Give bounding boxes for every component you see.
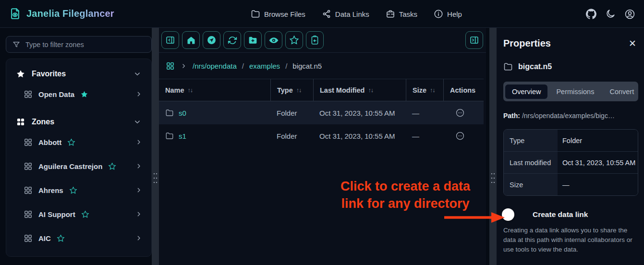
tab-permissions[interactable]: Permissions (549, 84, 601, 99)
file-name-link[interactable]: s0 (179, 109, 186, 117)
table-row-s1[interactable]: s1 Folder Oct 31, 2023, 10:55 AM — (159, 124, 484, 147)
folder-icon (165, 108, 174, 117)
sidebar-item-abbott[interactable]: Abbott (21, 130, 146, 154)
sidebar-item-aguilera-castrejon[interactable]: Aguilera Castrejon (21, 154, 146, 178)
home-icon (186, 36, 196, 45)
sort-icon[interactable]: ↑↓ (430, 87, 435, 94)
nav-data-links[interactable]: Data Links (322, 9, 369, 19)
funnel-filter-icon (12, 40, 21, 49)
panel-right-icon (469, 35, 479, 45)
sidebar-item-open-data[interactable]: Open Data (21, 82, 146, 106)
file-size: — (412, 109, 419, 117)
collapse-left-panel-button[interactable] (161, 31, 179, 49)
navigate-icon (207, 35, 217, 45)
detail-value: Oct 31, 2023, 10:55 AM (558, 152, 638, 173)
path-value: /nrs/opendata/examples/bigc… (522, 112, 615, 120)
sidebar-item-ahrens[interactable]: Ahrens (21, 178, 146, 202)
row-actions-menu-icon[interactable] (455, 108, 465, 118)
column-header-actions: Actions (443, 79, 484, 101)
zone-filter-input[interactable] (25, 41, 146, 48)
tab-overview[interactable]: Overview (505, 84, 547, 99)
nav-help[interactable]: Help (434, 9, 462, 19)
breadcrumb-link-examples[interactable]: examples (249, 62, 280, 70)
zone-grid-icon (24, 90, 33, 99)
chevron-right-icon (135, 186, 143, 194)
zone-filter-box (6, 36, 152, 53)
show-hidden-button[interactable] (265, 31, 282, 49)
zone-grid-icon (24, 234, 33, 243)
chevron-right-icon (135, 138, 143, 146)
details-table: Type Folder Last modified Oct 31, 2023, … (503, 129, 638, 196)
new-folder-button[interactable] (244, 31, 262, 49)
sidebar-item-label: Aguilera Castrejon (38, 162, 102, 170)
folder-plus-icon (248, 35, 258, 45)
chevron-right-icon (135, 162, 143, 170)
column-header-type[interactable]: Type ↑↓ (270, 79, 313, 101)
column-header-last-modified[interactable]: Last Modified ↑↓ (313, 79, 406, 101)
nav-tasks[interactable]: Tasks (386, 9, 417, 19)
column-label: Actions (450, 86, 475, 94)
file-table-header: Name ↑↓ Type ↑↓ Last Modified ↑↓ Size ↑↓… (159, 79, 484, 101)
app-header: Janelia Fileglancer Browse Files Data Li… (0, 0, 644, 28)
sidebar-item-label: Open Data (38, 90, 74, 98)
create-data-link-toggle[interactable] (503, 209, 525, 220)
sidebar-item-label: AI Support (38, 210, 75, 218)
favorite-button[interactable] (285, 31, 303, 49)
folder-icon (503, 62, 513, 72)
zones-section-header[interactable]: Zones (12, 114, 146, 130)
file-type: Folder (277, 132, 297, 140)
panel-resize-handle-right[interactable] (489, 28, 497, 265)
breadcrumb-link-root[interactable]: /nrs/opendata (193, 62, 237, 70)
detail-label: Size (504, 174, 558, 195)
star-outline-icon[interactable] (108, 162, 116, 170)
breadcrumb: /nrs/opendata / examples / bigcat.n5 (159, 53, 486, 79)
nav-browse-files[interactable]: Browse Files (251, 9, 305, 19)
browser-toolbar (159, 28, 486, 53)
sidebar-item-ai-support[interactable]: AI Support (21, 202, 146, 226)
refresh-button[interactable] (223, 31, 241, 49)
column-header-size[interactable]: Size ↑↓ (406, 79, 443, 101)
breadcrumb-current: bigcat.n5 (292, 62, 322, 70)
detail-value: — (558, 174, 638, 195)
selected-item-name: bigcat.n5 (518, 62, 552, 71)
panel-resize-handle-left[interactable] (152, 28, 159, 265)
star-outline-icon[interactable] (69, 186, 77, 194)
app-logo[interactable]: Janelia Fileglancer (0, 7, 114, 20)
sort-icon[interactable]: ↑↓ (296, 87, 302, 94)
file-name-link[interactable]: s1 (179, 132, 186, 140)
star-icon (16, 69, 25, 79)
sort-icon[interactable]: ↑↓ (368, 87, 373, 94)
nav-label: Tasks (399, 10, 417, 18)
dark-mode-moon-icon[interactable] (605, 9, 616, 19)
grid-filled-icon (16, 117, 25, 127)
table-row-s0[interactable]: s0 Folder Oct 31, 2023, 10:55 AM — (159, 101, 484, 124)
copy-path-button[interactable] (306, 31, 324, 49)
breadcrumb-grid-icon[interactable] (166, 61, 175, 71)
row-actions-menu-icon[interactable] (455, 131, 465, 141)
zone-sidebar: Favorites Open Data Zones Abbott Aguiler… (0, 28, 152, 265)
star-outline-icon[interactable] (81, 210, 89, 218)
column-header-name[interactable]: Name ↑↓ (159, 79, 270, 101)
github-icon[interactable] (586, 9, 596, 19)
nav-label: Help (447, 10, 462, 18)
tab-convert[interactable]: Convert (603, 84, 641, 99)
star-outline-icon[interactable] (57, 234, 65, 242)
sidebar-item-label: Abbott (38, 138, 61, 146)
properties-title: Properties (503, 38, 551, 49)
user-account-icon[interactable] (624, 9, 635, 20)
detail-row-size: Size — (504, 173, 638, 195)
star-filled-icon[interactable] (80, 90, 88, 98)
info-icon (434, 9, 443, 19)
favorites-section-header[interactable]: Favorites (12, 66, 146, 82)
close-icon[interactable]: ✕ (627, 37, 638, 50)
zone-grid-icon (24, 210, 33, 219)
toggle-properties-panel-button[interactable] (465, 31, 483, 49)
sort-icon[interactable]: ↑↓ (188, 87, 193, 94)
sidebar-item-aic[interactable]: AIC (21, 226, 146, 250)
column-label: Size (413, 86, 426, 94)
star-outline-icon[interactable] (67, 138, 75, 146)
detail-row-last-modified: Last modified Oct 31, 2023, 10:55 AM (504, 151, 638, 173)
go-to-path-button[interactable] (203, 31, 220, 49)
drag-dots-icon (491, 173, 495, 185)
home-button[interactable] (182, 31, 200, 49)
